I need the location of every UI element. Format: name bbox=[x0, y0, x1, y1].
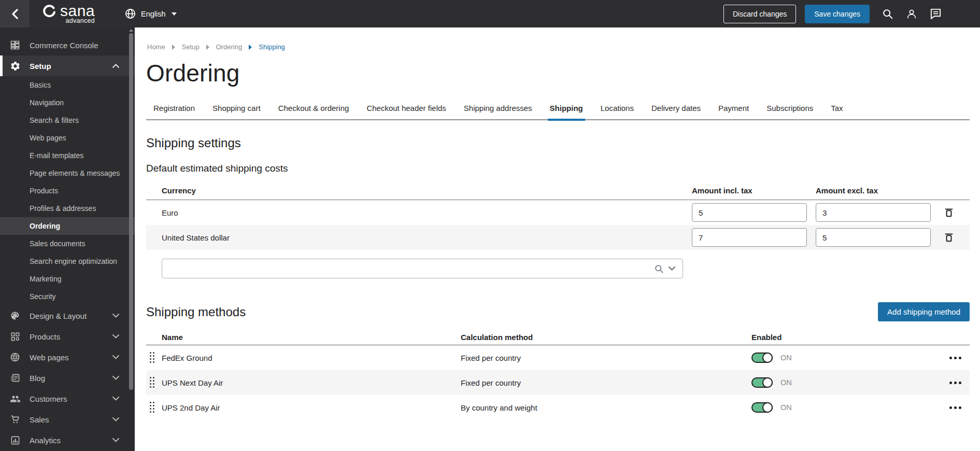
sidebar-subitem-sales-documents[interactable]: Sales documents bbox=[0, 235, 135, 252]
shipping-methods-table: Name Calculation method Enabled FedEx Gr… bbox=[146, 330, 970, 420]
sidebar-item-setup[interactable]: Setup bbox=[0, 55, 135, 76]
people-icon bbox=[9, 393, 21, 404]
column-header-name: Name bbox=[162, 333, 461, 342]
column-header-enabled: Enabled bbox=[751, 333, 939, 342]
shipping-settings-heading: Shipping settings bbox=[146, 136, 970, 150]
sidebar-subitem-ordering[interactable]: Ordering bbox=[0, 217, 135, 235]
currency-name: United States dollar bbox=[146, 233, 692, 242]
sidebar-subitem-navigation[interactable]: Navigation bbox=[0, 94, 135, 111]
sidebar-scrollbar[interactable] bbox=[129, 29, 133, 449]
sidebar-subitem-search-filters[interactable]: Search & filters bbox=[0, 111, 135, 129]
sidebar-item-customers[interactable]: Customers bbox=[0, 388, 135, 409]
row-menu-button[interactable] bbox=[949, 379, 961, 386]
sidebar-subitem-email-templates[interactable]: E-mail templates bbox=[0, 147, 135, 164]
globe-icon bbox=[9, 352, 21, 362]
user-account-icon[interactable] bbox=[906, 8, 917, 20]
amount-incl-tax-input[interactable] bbox=[692, 203, 807, 222]
sidebar-item-blog[interactable]: Blog bbox=[0, 368, 135, 388]
add-shipping-method-button[interactable]: Add shipping method bbox=[878, 302, 970, 321]
subitem-label: Marketing bbox=[30, 275, 61, 283]
search-icon bbox=[654, 264, 664, 274]
tab-bar: Registration Shopping cart Checkout & or… bbox=[146, 104, 970, 120]
breadcrumb-home[interactable]: Home bbox=[147, 43, 165, 51]
subitem-label: Page elements & messages bbox=[30, 169, 120, 177]
language-caret-icon bbox=[171, 12, 177, 16]
sidebar-item-web-pages[interactable]: Web pages bbox=[0, 347, 135, 368]
sidebar-subitem-profiles-addresses[interactable]: Profiles & addresses bbox=[0, 200, 135, 217]
sidebar-item-products[interactable]: Products bbox=[0, 326, 135, 347]
discard-changes-button[interactable]: Discard changes bbox=[723, 5, 796, 23]
sidebar-item-analytics[interactable]: Analytics bbox=[0, 430, 135, 450]
enabled-toggle[interactable] bbox=[751, 353, 773, 363]
tab-shipping-addresses[interactable]: Shipping addresses bbox=[464, 104, 532, 119]
table-row-fedex-ground: FedEx Ground Fixed per country ON bbox=[146, 345, 970, 370]
sidebar-subitem-basics[interactable]: Basics bbox=[0, 76, 135, 94]
language-selector[interactable]: English bbox=[125, 8, 177, 19]
back-button[interactable] bbox=[0, 0, 30, 27]
tab-registration[interactable]: Registration bbox=[153, 104, 195, 119]
row-menu-button[interactable] bbox=[949, 404, 961, 411]
subitem-label: Security bbox=[30, 292, 56, 301]
scrollbar-up-arrow[interactable] bbox=[129, 29, 133, 32]
drag-handle-icon[interactable] bbox=[150, 352, 155, 363]
amount-excl-tax-input[interactable] bbox=[816, 228, 931, 247]
tab-subscriptions[interactable]: Subscriptions bbox=[766, 104, 813, 119]
tab-delivery-dates[interactable]: Delivery dates bbox=[651, 104, 701, 119]
blog-newspaper-icon bbox=[9, 373, 21, 383]
tab-locations[interactable]: Locations bbox=[601, 104, 634, 119]
sidebar-subitem-products[interactable]: Products bbox=[0, 182, 135, 200]
sidebar-item-design-layout[interactable]: Design & Layout bbox=[0, 305, 135, 326]
globe-icon bbox=[125, 8, 136, 19]
sidebar-item-sales[interactable]: Sales bbox=[0, 409, 135, 430]
sana-logo-icon bbox=[42, 4, 56, 18]
breadcrumb-separator-icon bbox=[172, 45, 175, 50]
enabled-toggle[interactable] bbox=[751, 377, 773, 388]
calculation-method: Fixed per country bbox=[461, 378, 751, 387]
drag-handle-icon[interactable] bbox=[150, 377, 155, 388]
save-changes-button[interactable]: Save changes bbox=[805, 5, 870, 23]
table-row-ups-next-day-air: UPS Next Day Air Fixed per country ON bbox=[146, 370, 970, 395]
search-icon[interactable] bbox=[882, 8, 893, 20]
column-header-currency: Currency bbox=[146, 186, 692, 195]
enabled-toggle[interactable] bbox=[751, 402, 773, 413]
breadcrumb-setup[interactable]: Setup bbox=[182, 43, 200, 51]
chevron-down-icon bbox=[112, 417, 119, 421]
tab-shipping[interactable]: Shipping bbox=[550, 104, 583, 119]
chevron-down-icon bbox=[112, 314, 119, 318]
scrollbar-thumb[interactable] bbox=[129, 33, 133, 390]
breadcrumb-separator-icon bbox=[249, 45, 252, 50]
tab-tax[interactable]: Tax bbox=[831, 104, 843, 119]
chevron-down-icon bbox=[669, 266, 675, 271]
dashboard-icon bbox=[9, 40, 21, 50]
row-menu-button[interactable] bbox=[949, 355, 961, 361]
toggle-state-label: ON bbox=[780, 354, 792, 362]
delete-row-button[interactable] bbox=[943, 232, 955, 243]
drag-handle-icon[interactable] bbox=[150, 402, 155, 413]
tab-shopping-cart[interactable]: Shopping cart bbox=[212, 104, 261, 119]
breadcrumb-ordering[interactable]: Ordering bbox=[216, 43, 243, 51]
sidebar-item-commerce-console[interactable]: Commerce Console bbox=[0, 35, 135, 55]
add-currency-dropdown[interactable] bbox=[162, 259, 683, 278]
default-costs-table-header: Currency Amount incl. tax Amount excl. t… bbox=[146, 181, 970, 200]
calculation-method: Fixed per country bbox=[461, 354, 751, 362]
chevron-up-icon bbox=[112, 64, 119, 68]
tab-checkout-header-fields[interactable]: Checkout header fields bbox=[366, 104, 446, 119]
shipping-methods-heading: Shipping methods bbox=[146, 305, 246, 319]
sidebar-subitem-marketing[interactable]: Marketing bbox=[0, 270, 135, 288]
amount-incl-tax-input[interactable] bbox=[692, 228, 807, 247]
sidebar-item-label: Commerce Console bbox=[30, 41, 135, 50]
sidebar-item-label: Sales bbox=[30, 415, 112, 424]
tab-checkout-ordering[interactable]: Checkout & ordering bbox=[278, 104, 349, 119]
sidebar-item-label: Products bbox=[30, 332, 112, 341]
feedback-chat-icon[interactable] bbox=[930, 8, 942, 20]
amount-excl-tax-input[interactable] bbox=[816, 203, 931, 222]
logo-text: sana bbox=[60, 3, 95, 19]
sidebar-subitem-security[interactable]: Security bbox=[0, 288, 135, 305]
logo-subtext: advanced bbox=[65, 17, 95, 24]
sidebar-subitem-page-elements-messages[interactable]: Page elements & messages bbox=[0, 164, 135, 182]
currency-name: Euro bbox=[146, 208, 692, 217]
sidebar-subitem-web-pages[interactable]: Web pages bbox=[0, 129, 135, 147]
tab-payment[interactable]: Payment bbox=[718, 104, 749, 119]
sidebar-subitem-seo[interactable]: Search engine optimization bbox=[0, 252, 135, 270]
delete-row-button[interactable] bbox=[943, 207, 955, 218]
